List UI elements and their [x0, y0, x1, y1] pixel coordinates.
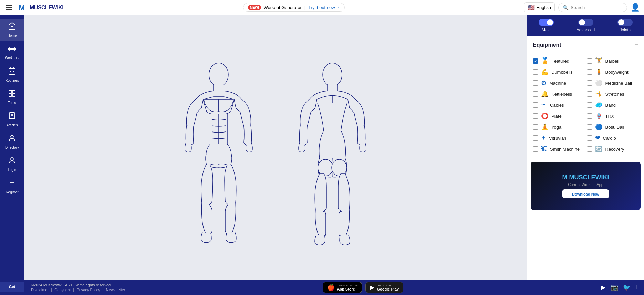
- new-badge: NEW!: [248, 5, 261, 10]
- ad-cta[interactable]: Download Now: [562, 189, 609, 198]
- trx-checkbox[interactable]: [587, 113, 592, 119]
- equipment-item-cables[interactable]: 〰 Cables: [533, 101, 585, 109]
- sidebar-label-home: Home: [8, 34, 17, 38]
- smith-machine-checkbox[interactable]: [533, 146, 538, 152]
- sidebar-item-routines[interactable]: Routines: [0, 63, 24, 86]
- get-app-button[interactable]: Get: [0, 282, 24, 292]
- footer-social-links: ▶ 📷 🐦 f: [601, 284, 637, 291]
- sidebar-item-articles[interactable]: Articles: [0, 108, 24, 130]
- svg-rect-15: [9, 94, 12, 96]
- featured-label: Featured: [551, 59, 569, 64]
- recovery-checkbox[interactable]: [587, 146, 592, 152]
- equipment-item-yoga[interactable]: 🧘 Yoga: [533, 123, 585, 131]
- trx-icon: 🪢: [595, 112, 603, 120]
- stretches-checkbox[interactable]: [587, 91, 592, 97]
- sidebar-item-directory[interactable]: Directory: [0, 130, 24, 153]
- copyright-link[interactable]: Copyright: [54, 288, 71, 292]
- sidebar-item-home[interactable]: Home: [0, 19, 24, 41]
- google-play-text: GET IT ON Google Play: [377, 284, 399, 291]
- search-input[interactable]: [571, 5, 623, 10]
- equipment-collapse-button[interactable]: −: [635, 41, 638, 49]
- band-checkbox[interactable]: [587, 102, 592, 108]
- svg-rect-5: [10, 49, 14, 49]
- yoga-checkbox[interactable]: [533, 124, 538, 130]
- cardio-checkbox[interactable]: [587, 135, 592, 141]
- privacy-policy-link[interactable]: Privacy Policy: [76, 288, 100, 292]
- instagram-icon[interactable]: 📷: [611, 284, 618, 291]
- sidebar-item-register[interactable]: Register: [0, 175, 24, 198]
- male-toggle[interactable]: [539, 19, 554, 26]
- equipment-item-trx[interactable]: 🪢 TRX: [587, 112, 639, 120]
- workout-generator-badge[interactable]: NEW! Workout Generator | Try it out now→: [243, 3, 345, 12]
- routines-icon: [8, 67, 16, 77]
- try-now-link[interactable]: Try it out now→: [308, 5, 340, 10]
- equipment-item-band[interactable]: 🥏 Band: [587, 101, 639, 109]
- featured-checkbox[interactable]: [533, 58, 538, 64]
- equipment-item-bosu-ball[interactable]: 🔵 Bosu Ball: [587, 123, 639, 131]
- app-store-button[interactable]: 🍎 Download on the App Store: [323, 282, 362, 293]
- logo-text: MUSCLEWIKI: [30, 4, 63, 11]
- plate-checkbox[interactable]: [533, 113, 538, 119]
- youtube-icon[interactable]: ▶: [601, 284, 606, 291]
- sidebar-item-login[interactable]: Login: [0, 153, 24, 175]
- kettlebells-icon: 🔔: [541, 90, 549, 98]
- equipment-item-kettlebells[interactable]: 🔔 Kettlebells: [533, 90, 585, 98]
- disclaimer-link[interactable]: Disclaimer: [31, 288, 49, 292]
- equipment-item-featured[interactable]: 🏅 Featured: [533, 57, 585, 65]
- equipment-item-plate[interactable]: ⭕ Plate: [533, 112, 585, 120]
- equipment-item-dumbbells[interactable]: 💪 Dumbbells: [533, 68, 585, 76]
- facebook-icon[interactable]: f: [635, 284, 637, 291]
- ad-content: M MUSCLEWIKI Current Workout App Downloa…: [559, 170, 613, 202]
- equipment-header: Equipment −: [533, 41, 638, 52]
- bosu-ball-checkbox[interactable]: [587, 124, 592, 130]
- svg-rect-13: [9, 90, 12, 93]
- machine-icon: ⚙: [541, 79, 547, 87]
- twitter-icon[interactable]: 🐦: [623, 284, 631, 291]
- toggle-item-advanced: Advanced: [577, 19, 595, 32]
- recovery-label: Recovery: [605, 147, 624, 152]
- back-body-svg: [289, 58, 375, 251]
- dumbbells-label: Dumbbells: [551, 70, 572, 75]
- main-content: Male Advanced Joints Equipment −: [24, 15, 644, 295]
- dumbbells-icon: 💪: [541, 68, 549, 76]
- sidebar-label-routines: Routines: [5, 78, 19, 82]
- search-box[interactable]: 🔍: [558, 3, 627, 12]
- cables-icon: 〰: [541, 102, 547, 109]
- sidebar-item-tools[interactable]: Tools: [0, 86, 24, 108]
- bodyweight-checkbox[interactable]: [587, 69, 592, 75]
- kettlebells-checkbox[interactable]: [533, 91, 538, 97]
- pipe-separator: |: [304, 5, 305, 10]
- equipment-item-bodyweight[interactable]: 🧍 Bodyweight: [587, 68, 639, 76]
- language-selector[interactable]: 🇺🇸 English: [524, 2, 555, 12]
- equipment-item-stretches[interactable]: 🤸 Stretches: [587, 90, 639, 98]
- newsletter-link[interactable]: NewsLetter: [106, 288, 125, 292]
- equipment-item-vitruvian[interactable]: ✦ Vitruvian: [533, 134, 585, 142]
- male-toggle-label: Male: [542, 28, 551, 32]
- user-avatar[interactable]: 👤: [631, 3, 640, 12]
- logo[interactable]: M MUSCLEWIKI: [18, 3, 63, 12]
- bodyweight-icon: 🧍: [595, 68, 603, 76]
- cardio-icon: ❤: [595, 134, 600, 142]
- advanced-toggle[interactable]: [578, 19, 593, 26]
- sidebar-item-workouts[interactable]: Workouts: [0, 41, 24, 63]
- equipment-item-smith-machine[interactable]: 🏗 Smith Machine: [533, 145, 585, 153]
- machine-checkbox[interactable]: [533, 80, 538, 86]
- equipment-section: Equipment − 🏅 Featured 🏋 Barbell: [527, 36, 644, 158]
- vitruvian-checkbox[interactable]: [533, 135, 538, 141]
- medicine-ball-checkbox[interactable]: [587, 80, 592, 86]
- equipment-item-machine[interactable]: ⚙ Machine: [533, 79, 585, 87]
- apple-icon: 🍎: [327, 284, 335, 291]
- google-play-button[interactable]: ▶ GET IT ON Google Play: [365, 282, 403, 293]
- equipment-item-cardio[interactable]: ❤ Cardio: [587, 134, 639, 142]
- cables-label: Cables: [550, 103, 564, 108]
- barbell-checkbox[interactable]: [587, 58, 592, 64]
- equipment-item-barbell[interactable]: 🏋 Barbell: [587, 57, 639, 65]
- equipment-item-recovery[interactable]: 🔄 Recovery: [587, 145, 639, 153]
- joints-toggle[interactable]: [617, 19, 633, 26]
- hamburger-menu-button[interactable]: [4, 4, 14, 11]
- svg-rect-16: [12, 94, 15, 96]
- cables-checkbox[interactable]: [533, 102, 538, 108]
- dumbbells-checkbox[interactable]: [533, 69, 538, 75]
- equipment-item-medicine-ball[interactable]: ⚪ Medicine Ball: [587, 79, 639, 87]
- ad-section: M MUSCLEWIKI Current Workout App Downloa…: [531, 162, 641, 210]
